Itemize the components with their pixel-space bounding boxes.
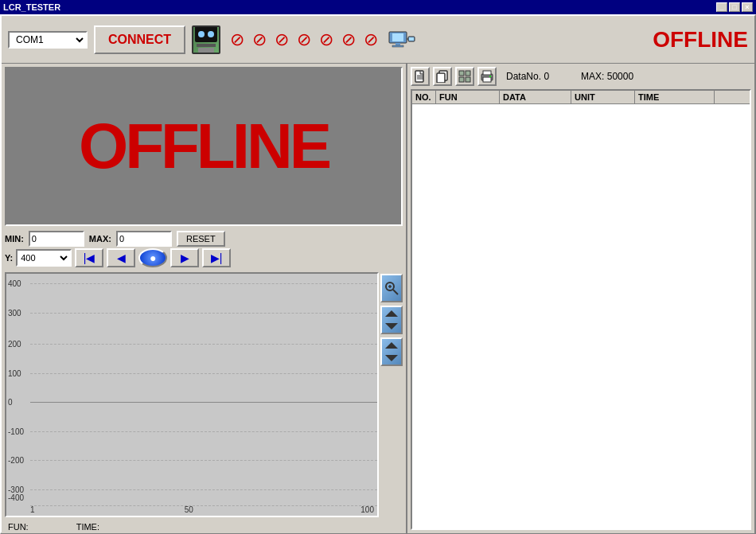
data-toolbar: DataNo. 0 MAX: 50000	[411, 67, 751, 86]
col-no: NO.	[412, 91, 436, 103]
grid-line-neg300	[30, 489, 377, 490]
x-50-label: 50	[185, 505, 193, 514]
nav-first-button[interactable]: |◀	[75, 248, 103, 267]
y-neg100-label: -100	[8, 427, 24, 435]
grid-line-400	[30, 283, 377, 284]
grid-line-100	[30, 373, 377, 374]
svg-rect-23	[459, 77, 464, 82]
max-input[interactable]	[116, 231, 172, 247]
max-info: MAX: 50000	[581, 71, 633, 82]
y-neg200-label: -200	[8, 456, 24, 465]
title-text: LCR_TESTER	[3, 2, 60, 12]
no-icon-2: ⊘	[252, 29, 267, 50]
offline-status: OFFLINE	[653, 27, 748, 53]
data-info: DataNo. 0 MAX: 50000	[506, 71, 751, 82]
com-port-select[interactable]: COM1 COM2 COM3 COM4	[8, 31, 88, 49]
table-body	[412, 104, 750, 524]
no-icon-5: ⊘	[319, 29, 333, 50]
maximize-button[interactable]: □	[729, 2, 740, 12]
file-button[interactable]	[411, 67, 430, 86]
svg-rect-2	[396, 43, 400, 45]
close-button[interactable]: ×	[742, 2, 753, 12]
y-neg300-label: -300	[8, 485, 24, 493]
offline-display-text: OFFLINE	[79, 110, 329, 183]
y-neg400-label: -400	[8, 493, 24, 502]
y-400-label: 400	[8, 279, 21, 288]
title-controls: _ □ ×	[716, 2, 753, 12]
reset-button[interactable]: RESET	[177, 231, 225, 247]
toolbar: COM1 COM2 COM3 COM4 CONNECT ⊘ ⊘ ⊘ ⊘ ⊘	[2, 16, 754, 64]
x-1-label: 1	[30, 505, 35, 514]
table-header: NO. FUN DATA UNIT TIME	[412, 91, 750, 104]
grid-line-0	[30, 402, 377, 403]
network-icon	[388, 25, 416, 54]
y-0-label: 0	[8, 398, 13, 407]
grid-line-300	[30, 313, 377, 314]
min-input[interactable]	[29, 231, 84, 247]
svg-marker-13	[385, 355, 398, 361]
no-icon-1: ⊘	[230, 29, 244, 50]
copy-button[interactable]	[433, 67, 452, 86]
svg-marker-11	[385, 310, 398, 317]
svg-rect-15	[415, 71, 423, 82]
data-no-label: DataNo. 0	[506, 71, 549, 82]
grid-line-neg200	[30, 460, 377, 461]
minimize-button[interactable]: _	[716, 2, 727, 12]
svg-marker-14	[385, 342, 398, 349]
connect-button[interactable]: CONNECT	[94, 25, 185, 54]
y-300-label: 300	[8, 308, 21, 317]
svg-rect-26	[483, 71, 491, 75]
nav-play-button[interactable]: ●	[138, 248, 167, 267]
grid-line-200	[30, 344, 377, 345]
right-panel: DataNo. 0 MAX: 50000 NO. FUN DATA UNIT T…	[407, 64, 754, 533]
left-panel: OFFLINE MIN: MAX: RESET Y: 400 200 100	[2, 64, 407, 533]
min-label: MIN:	[5, 234, 24, 244]
svg-rect-20	[437, 73, 445, 83]
fun-label: FUN:	[8, 522, 29, 532]
col-unit: UNIT	[571, 91, 635, 103]
scroll-down-button[interactable]	[380, 337, 403, 366]
svg-line-8	[393, 290, 398, 294]
display-area: OFFLINE	[5, 67, 403, 226]
device-icon	[192, 25, 220, 54]
chart-area: 400 300 200 100 0 -100 -200 -300	[5, 272, 379, 517]
svg-rect-21	[459, 71, 464, 76]
y-200-label: 200	[8, 340, 21, 349]
y-nav-row: Y: 400 200 100 50 |◀ ◀ ● ▶ ▶|	[5, 248, 403, 267]
chart-labels-row: FUN: TIME:	[2, 520, 406, 533]
nav-buttons: |◀ ◀ ● ▶ ▶|	[75, 248, 231, 267]
nav-last-button[interactable]: ▶|	[202, 248, 231, 267]
nav-prev-button[interactable]: ◀	[107, 248, 135, 267]
data-table: NO. FUN DATA UNIT TIME	[411, 89, 751, 530]
zoom-button[interactable]	[380, 274, 403, 302]
chart-container: 400 300 200 100 0 -100 -200 -300	[2, 269, 406, 520]
content-area: OFFLINE MIN: MAX: RESET Y: 400 200 100	[2, 64, 754, 533]
no-icon-6: ⊘	[341, 29, 356, 50]
y-100-label: 100	[8, 368, 21, 377]
min-max-row: MIN: MAX: RESET	[5, 231, 403, 247]
svg-rect-5	[409, 37, 414, 41]
main-window: COM1 COM2 COM3 COM4 CONNECT ⊘ ⊘ ⊘ ⊘ ⊘	[0, 14, 756, 534]
title-bar: LCR_TESTER _ □ ×	[0, 0, 756, 14]
col-fun: FUN	[436, 91, 500, 103]
y-axis-select[interactable]: 400 200 100 50	[16, 249, 72, 267]
print-button[interactable]	[477, 67, 497, 86]
grid-line-neg100	[30, 431, 377, 432]
svg-point-28	[489, 76, 491, 77]
svg-rect-22	[466, 71, 470, 76]
no-icon-4: ⊘	[297, 29, 311, 50]
controls-row: MIN: MAX: RESET Y: 400 200 100 50 |◀	[2, 229, 406, 269]
scroll-up-button[interactable]	[380, 306, 403, 334]
x-100-label: 100	[360, 505, 374, 514]
chart-side-buttons	[379, 272, 403, 517]
svg-rect-1	[392, 33, 403, 41]
grid-button[interactable]	[455, 67, 474, 86]
nav-next-button[interactable]: ▶	[170, 248, 199, 267]
svg-rect-3	[392, 45, 403, 47]
col-time: TIME	[635, 91, 715, 103]
svg-rect-27	[483, 77, 491, 82]
y-label: Y:	[5, 253, 13, 263]
no-icon-7: ⊘	[364, 29, 378, 50]
grid-line-neg400	[30, 505, 377, 506]
no-icon-3: ⊘	[275, 29, 289, 50]
